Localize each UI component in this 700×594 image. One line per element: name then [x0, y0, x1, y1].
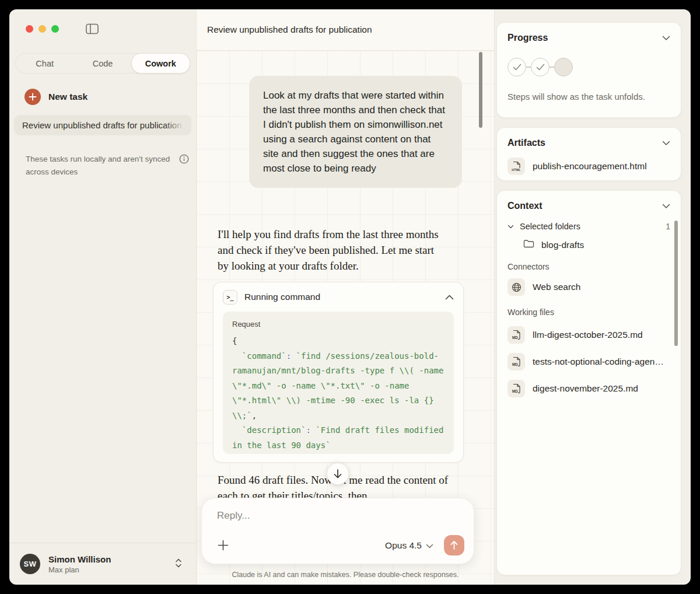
selected-folders-label: Selected folders	[520, 222, 660, 231]
new-task-button[interactable]: New task	[24, 89, 196, 105]
sync-note-text: These tasks run locally and aren't synce…	[26, 153, 173, 179]
sidebar: Chat Code Cowork New task Review unpubli…	[9, 9, 196, 585]
folder-item[interactable]: blog-drafts	[523, 239, 670, 250]
working-file-item[interactable]: MD llm-digest-october-2025.md	[508, 326, 670, 344]
zoom-window-button[interactable]	[51, 25, 59, 33]
account-menu[interactable]: SW Simon Willison Max plan	[9, 543, 196, 585]
step-done-icon	[508, 58, 526, 76]
titlebar	[9, 9, 196, 40]
code-colon: :	[286, 351, 296, 361]
running-command-title: Running command	[244, 292, 438, 302]
code-value-command: `find /sessions/zealous-bold-ramanujan/m…	[232, 351, 449, 420]
step-connector	[526, 67, 531, 68]
task-item-fade	[164, 115, 191, 135]
context-title: Context	[508, 201, 542, 211]
user-name: Simon Willison	[48, 554, 167, 564]
selected-folders-row[interactable]: Selected folders 1	[508, 222, 670, 231]
svg-text:MD: MD	[512, 389, 518, 393]
assistant-message: I'll help you find drafts from the last …	[218, 226, 442, 274]
context-header[interactable]: Context	[508, 201, 670, 211]
info-icon[interactable]	[179, 154, 189, 166]
progress-title: Progress	[508, 33, 548, 43]
code-key-command: `command`	[242, 351, 286, 361]
working-files-label: Working files	[508, 308, 670, 317]
task-item-title: Review unpublished drafts for publicatio…	[22, 120, 182, 130]
chevron-up-down-icon	[175, 558, 182, 571]
artifacts-header[interactable]: Artifacts	[508, 138, 670, 148]
folder-icon	[523, 239, 534, 250]
mode-tabs: Chat Code Cowork	[15, 53, 190, 74]
model-name: Opus 4.5	[385, 540, 422, 551]
chat-scrollbar[interactable]	[479, 52, 482, 128]
traffic-lights	[26, 25, 59, 33]
md-file-icon: MD	[508, 380, 525, 397]
html-file-icon: HTML	[508, 158, 525, 175]
sidebar-toggle-icon[interactable]	[86, 23, 99, 34]
step-done-icon	[531, 58, 550, 76]
context-scrollbar[interactable]	[674, 221, 678, 346]
request-json: { `command`: `find /sessions/zealous-bol…	[232, 334, 444, 454]
tab-chat[interactable]: Chat	[16, 54, 74, 73]
md-file-icon: MD	[508, 353, 525, 371]
right-panel: Progress Steps will show as the task unf…	[495, 9, 691, 585]
md-file-icon: MD	[508, 326, 525, 344]
code-colon: :	[306, 425, 316, 435]
avatar: SW	[20, 554, 40, 574]
progress-card: Progress Steps will show as the task unf…	[496, 22, 681, 118]
reply-input[interactable]	[217, 510, 461, 522]
working-file-name: tests-not-optional-coding-agen…	[533, 357, 664, 367]
selected-folders-count: 1	[666, 222, 670, 231]
connector-item[interactable]: Web search	[508, 278, 670, 296]
tab-chat-label: Chat	[36, 59, 54, 68]
working-file-name: digest-november-2025.md	[533, 383, 638, 394]
svg-text:HTML: HTML	[512, 168, 521, 172]
composer-toolbar: Opus 4.5	[217, 535, 464, 555]
connector-name: Web search	[533, 282, 580, 292]
chat-area: Look at my drafts that were started with…	[197, 51, 494, 585]
code-key-description: `description`	[242, 425, 306, 435]
app-window: Chat Code Cowork New task Review unpubli…	[9, 9, 691, 585]
user-message-bubble: Look at my drafts that were started with…	[249, 76, 462, 188]
terminal-icon: >_	[223, 290, 237, 305]
ai-disclaimer: Claude is AI and can make mistakes. Plea…	[197, 571, 494, 579]
user-message-text: Look at my drafts that were started with…	[263, 90, 445, 174]
tab-cowork-label: Cowork	[145, 59, 176, 68]
artifact-name: publish-encouragement.html	[533, 161, 647, 172]
chevron-down-icon[interactable]	[662, 33, 670, 43]
send-button[interactable]	[444, 535, 464, 555]
chevron-up-icon[interactable]	[445, 292, 454, 302]
globe-icon	[508, 278, 525, 296]
tab-cowork[interactable]: Cowork	[131, 53, 190, 74]
scroll-to-bottom-button[interactable]	[327, 463, 349, 485]
attach-plus-icon[interactable]	[217, 539, 229, 551]
step-pending-icon	[554, 58, 573, 76]
svg-text:MD: MD	[512, 362, 518, 366]
task-list-item[interactable]: Review unpublished drafts for publicatio…	[14, 115, 191, 135]
model-selector[interactable]: Opus 4.5	[385, 540, 433, 551]
progress-header[interactable]: Progress	[508, 33, 670, 43]
request-code-block: Request { `command`: `find /sessions/zea…	[223, 312, 454, 454]
connectors-label: Connectors	[508, 262, 670, 271]
step-connector	[550, 67, 554, 68]
tab-code[interactable]: Code	[74, 54, 131, 73]
chevron-down-icon[interactable]	[662, 201, 670, 211]
context-card: Context Selected folders 1 blog-dra	[496, 190, 681, 575]
progress-steps	[508, 58, 670, 76]
main-column: Review unpublished drafts for publicatio…	[196, 9, 495, 585]
new-task-label: New task	[48, 92, 88, 102]
chevron-down-icon	[426, 540, 433, 551]
chevron-down-icon[interactable]	[662, 138, 670, 148]
working-file-item[interactable]: MD digest-november-2025.md	[508, 380, 670, 397]
folder-name: blog-drafts	[541, 240, 584, 250]
running-command-header[interactable]: >_ Running command	[214, 282, 463, 312]
chevron-down-icon	[508, 225, 514, 229]
tab-code-label: Code	[93, 59, 113, 68]
code-open-brace: {	[232, 336, 242, 361]
main-header: Review unpublished drafts for publicatio…	[197, 9, 494, 51]
working-file-item[interactable]: MD tests-not-optional-coding-agen…	[508, 353, 670, 371]
artifact-item[interactable]: HTML publish-encouragement.html	[508, 158, 670, 175]
minimize-window-button[interactable]	[38, 25, 46, 33]
reply-composer: Opus 4.5	[201, 498, 474, 564]
close-window-button[interactable]	[26, 25, 33, 33]
svg-text:MD: MD	[512, 336, 518, 340]
